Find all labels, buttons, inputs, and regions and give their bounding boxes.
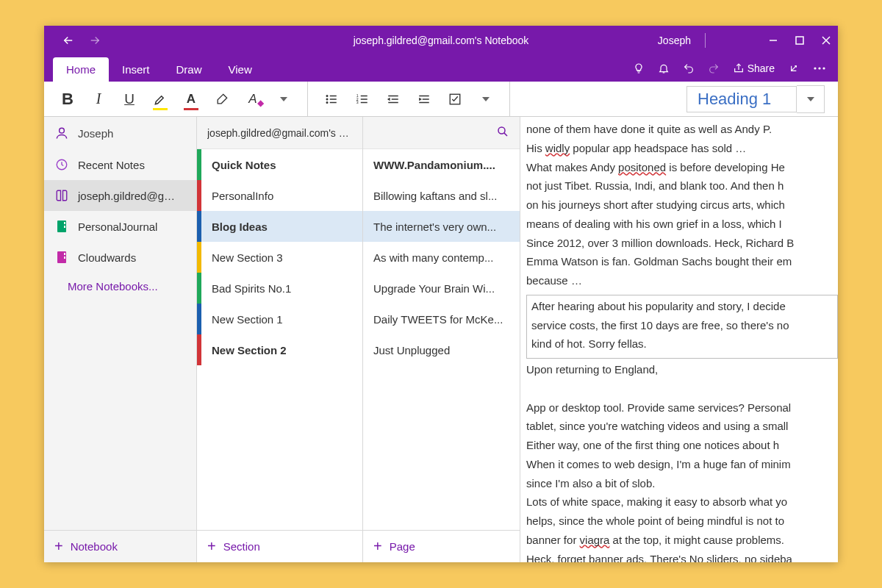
todo-tag-button[interactable]: [445, 89, 465, 110]
section-label: PersonalInfo: [212, 190, 273, 202]
add-section-button[interactable]: + Section: [197, 530, 362, 562]
format-toolbar: B I U A A◆ 123: [44, 82, 838, 117]
page-item[interactable]: The internet's very own...: [363, 211, 520, 242]
section-item[interactable]: New Section 2: [197, 334, 362, 365]
window-title: joseph.gildred@gmail.com's Notebook: [354, 35, 529, 46]
notebook-icon: [54, 189, 69, 202]
back-button[interactable]: [60, 32, 76, 49]
section-item[interactable]: Blog Ideas: [197, 211, 362, 242]
page-item[interactable]: Just Unplugged: [363, 334, 520, 365]
separator: [509, 82, 510, 116]
page-item[interactable]: WWW.Pandamonium....: [363, 149, 520, 180]
notebook-item[interactable]: Cloudwards: [44, 242, 196, 273]
page-item[interactable]: Daily TWEETS for McKe...: [363, 304, 520, 334]
clear-format-button[interactable]: A◆: [243, 89, 263, 110]
outdent-button[interactable]: [383, 89, 404, 110]
style-dropdown-button[interactable]: [797, 85, 825, 113]
svg-line-35: [504, 132, 507, 135]
lightbulb-icon[interactable]: [633, 62, 645, 74]
tab-insert[interactable]: Insert: [109, 57, 163, 82]
svg-rect-1: [796, 37, 803, 44]
toolbar-overflow-1[interactable]: [273, 89, 294, 110]
page-label: Daily TWEETS for McKe...: [373, 313, 503, 326]
bold-button[interactable]: B: [57, 89, 78, 110]
text-line: service costs, the first 10 days are fre…: [531, 318, 833, 334]
maximize-button[interactable]: [795, 36, 804, 45]
toolbar-overflow-2[interactable]: [476, 89, 496, 110]
svg-rect-33: [64, 257, 65, 259]
text-line: since I'm also a bit of slob.: [526, 476, 838, 492]
italic-button[interactable]: I: [88, 89, 109, 110]
account-name: Joseph: [78, 127, 113, 140]
add-section-label: Section: [223, 540, 260, 553]
text-line: tablet, since you're watching videos and…: [526, 418, 838, 434]
text-line: His widly popular app headspace has sold…: [526, 140, 838, 157]
indent-button[interactable]: [414, 89, 434, 110]
underline-button[interactable]: U: [119, 89, 140, 110]
svg-point-4: [814, 67, 816, 69]
notebook-icon: [54, 220, 69, 233]
section-item[interactable]: Bad Spirits No.1: [197, 273, 362, 304]
notebook-icon: [54, 251, 69, 264]
undo-button[interactable]: [683, 62, 695, 74]
close-button[interactable]: [822, 36, 831, 45]
highlight-button[interactable]: [150, 89, 171, 110]
page-item[interactable]: Upgrade Your Brain Wi...: [363, 273, 520, 304]
text-line: Heck, forget banner ads. There's No slid…: [526, 551, 838, 563]
ribbon: Home Insert Draw View Share: [44, 55, 838, 82]
bell-icon[interactable]: [658, 62, 670, 74]
recent-notes-label: Recent Notes: [78, 159, 145, 171]
sections-panel: joseph.gildred@gmail.com's Notebook Quic…: [197, 117, 363, 562]
account-row[interactable]: Joseph: [44, 117, 196, 149]
notebook-item[interactable]: PersonalJournal: [44, 211, 196, 242]
share-button[interactable]: Share: [733, 62, 775, 74]
text-line: What makes Andy positoned is before deve…: [526, 159, 838, 176]
text-line: Since 2012, over 3 million downloads. He…: [526, 235, 838, 251]
add-notebook-button[interactable]: + Notebook: [44, 530, 196, 562]
section-item[interactable]: New Section 1: [197, 304, 362, 334]
section-item[interactable]: Quick Notes: [197, 149, 362, 180]
tab-view[interactable]: View: [215, 57, 265, 82]
notebook-item[interactable]: joseph.gildred@g…: [44, 180, 196, 211]
svg-point-6: [822, 67, 825, 69]
section-item[interactable]: PersonalInfo: [197, 180, 362, 211]
separator: [705, 33, 706, 48]
style-picker[interactable]: Heading 1: [686, 86, 797, 112]
format-painter-button[interactable]: [212, 89, 232, 110]
tab-home[interactable]: Home: [53, 57, 109, 82]
svg-point-34: [498, 127, 505, 134]
text-line: none of them have done it quite as well …: [526, 121, 838, 137]
page-item[interactable]: Billowing kaftans and sl...: [363, 180, 520, 211]
forward-button[interactable]: [87, 32, 103, 49]
share-label: Share: [747, 62, 775, 74]
page-item[interactable]: As with many contemp...: [363, 242, 520, 273]
recent-notes[interactable]: Recent Notes: [44, 149, 196, 180]
add-page-button[interactable]: + Page: [363, 530, 520, 562]
page-label: Upgrade Your Brain Wi...: [373, 282, 495, 295]
plus-icon: +: [54, 538, 63, 555]
page-label: WWW.Pandamonium....: [373, 159, 495, 171]
redo-button[interactable]: [708, 62, 720, 74]
section-item[interactable]: New Section 3: [197, 242, 362, 273]
note-content[interactable]: none of them have done it quite as well …: [520, 117, 838, 562]
page-label: The internet's very own...: [373, 220, 496, 233]
search-button[interactable]: [496, 125, 509, 141]
fullscreen-icon[interactable]: [788, 62, 800, 74]
text-container[interactable]: After hearing about his popularity and s…: [526, 295, 838, 359]
font-color-button[interactable]: A: [181, 89, 201, 110]
notebook-label: joseph.gildred@g…: [78, 190, 175, 202]
more-icon[interactable]: [813, 62, 826, 74]
tab-draw[interactable]: Draw: [163, 57, 215, 82]
window-user[interactable]: Joseph: [658, 35, 691, 46]
page-label: As with many contemp...: [373, 251, 493, 264]
bullets-button[interactable]: [321, 89, 342, 110]
section-label: Bad Spirits No.1: [212, 282, 291, 295]
minimize-button[interactable]: [769, 36, 778, 45]
numbering-button[interactable]: 123: [352, 89, 373, 110]
text-line: App or desktop tool. Provide same servic…: [526, 400, 838, 416]
page-label: Just Unplugged: [373, 344, 450, 356]
onenote-window: joseph.gildred@gmail.com's Notebook Jose…: [44, 26, 838, 562]
style-picker-value: Heading 1: [698, 90, 771, 108]
more-notebooks-link[interactable]: More Notebooks...: [44, 273, 196, 300]
text-line: When it comes to web design, I'm a huge …: [526, 456, 838, 473]
